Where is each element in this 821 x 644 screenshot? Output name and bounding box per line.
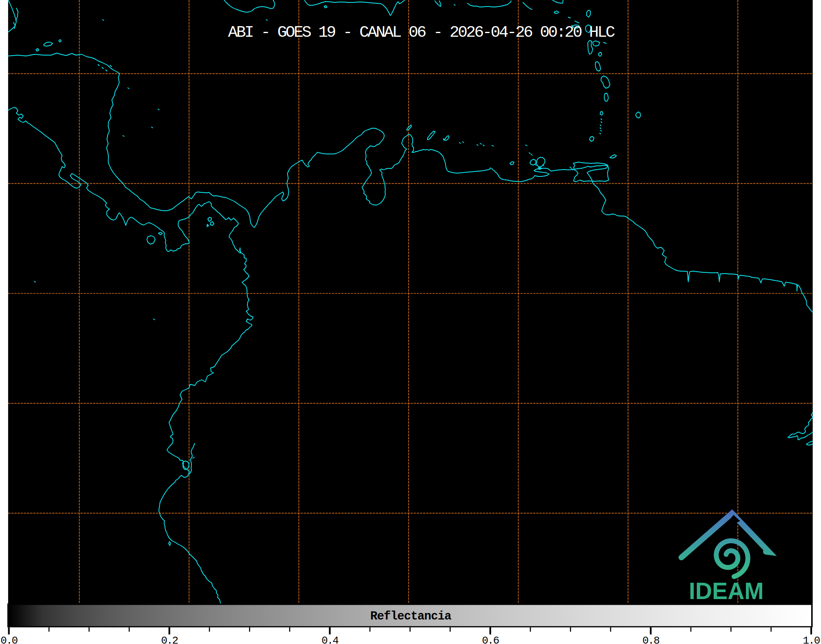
- svg-text:0.6: 0.6: [482, 635, 498, 644]
- svg-text:0.0: 0.0: [0, 635, 17, 644]
- svg-text:ABI - GOES 19 - CANAL 06 - 202: ABI - GOES 19 - CANAL 06 - 2026-04-26 00…: [228, 23, 615, 42]
- svg-text:0.8: 0.8: [642, 635, 659, 644]
- svg-text:Reflectancia: Reflectancia: [370, 610, 452, 623]
- svg-text:0.2: 0.2: [161, 635, 178, 644]
- svg-text:1.0: 1.0: [803, 635, 820, 644]
- svg-text:IDEAM: IDEAM: [689, 578, 764, 604]
- svg-text:0.4: 0.4: [321, 635, 338, 644]
